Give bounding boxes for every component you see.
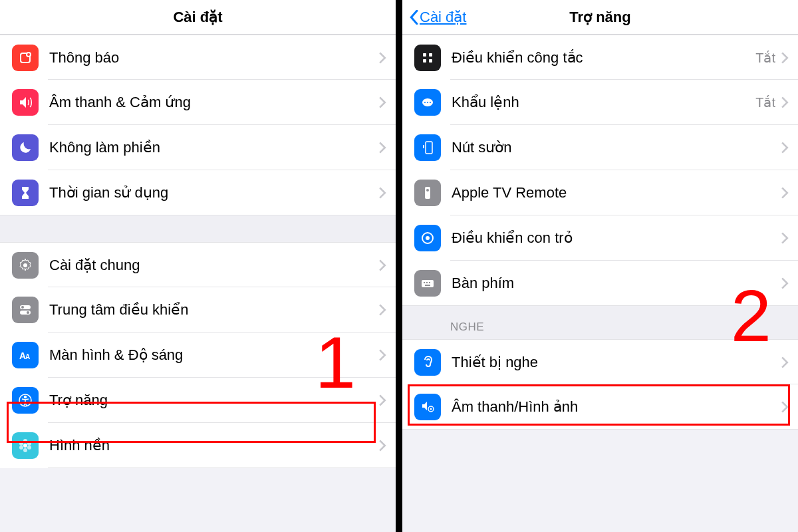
notification-icon: [12, 45, 39, 71]
ear-icon: [414, 349, 441, 376]
chevron-right-icon: [781, 232, 789, 244]
side-button-icon: [414, 134, 441, 161]
svg-rect-32: [429, 282, 430, 283]
svg-rect-23: [426, 142, 432, 154]
chevron-right-icon: [781, 96, 789, 108]
group-spacer: [0, 215, 396, 242]
svg-rect-21: [429, 59, 432, 63]
svg-rect-29: [422, 280, 434, 287]
chevron-right-icon: [781, 52, 789, 64]
svg-rect-24: [423, 145, 424, 148]
row-sounds[interactable]: Âm thanh & Cảm ứng: [0, 80, 396, 125]
row-label: Nút sườn: [452, 139, 781, 156]
svg-point-12: [23, 439, 27, 443]
moon-icon: [12, 134, 39, 161]
svg-point-11: [23, 444, 27, 448]
row-wallpaper[interactable]: Hình nền: [0, 423, 396, 468]
accessibility-screen: Cài đặt Trợ năng Điều khiển công tắc Tắt…: [402, 0, 798, 532]
chevron-right-icon: [378, 394, 386, 406]
chevron-right-icon: [378, 52, 386, 64]
row-appletv-remote[interactable]: Apple TV Remote: [402, 170, 798, 215]
row-label: Khẩu lệnh: [452, 94, 755, 111]
row-label: Thông báo: [49, 49, 378, 66]
step-number: 2: [731, 279, 771, 352]
gear-icon: [12, 252, 39, 279]
svg-point-17: [19, 442, 23, 446]
chevron-right-icon: [781, 277, 789, 289]
row-label: Điều khiển con trỏ: [452, 229, 781, 247]
row-switch-control[interactable]: Điều khiển công tắc Tắt: [402, 35, 798, 80]
svg-point-14: [27, 446, 31, 450]
text-size-icon: AA: [12, 342, 39, 368]
svg-point-26: [426, 189, 429, 192]
svg-point-28: [426, 237, 429, 239]
chevron-right-icon: [378, 187, 386, 199]
chevron-right-icon: [378, 142, 386, 154]
svg-point-16: [19, 446, 23, 450]
row-label: Thời gian sử dụng: [49, 184, 378, 201]
pointer-icon: [414, 225, 441, 251]
row-label: Âm thanh & Cảm ứng: [49, 94, 378, 111]
chevron-right-icon: [781, 187, 789, 199]
settings-screen: Cài đặt Thông báo Âm thanh & Cảm ứng Khô…: [0, 0, 396, 532]
speaker-icon: [12, 89, 39, 116]
svg-rect-18: [423, 53, 426, 57]
row-label: Cài đặt chung: [49, 257, 378, 274]
chevron-right-icon: [378, 259, 386, 271]
svg-point-1: [27, 53, 31, 57]
svg-text:A: A: [25, 353, 30, 360]
row-value: Tắt: [755, 94, 775, 110]
row-label: Trung tâm điều khiển: [49, 301, 378, 319]
svg-rect-19: [429, 53, 432, 57]
svg-point-13: [27, 442, 31, 446]
chevron-right-icon: [378, 96, 386, 108]
chevron-right-icon: [781, 401, 789, 413]
audio-visual-icon: [414, 394, 441, 420]
row-value: Tắt: [755, 50, 775, 66]
chevron-right-icon: [378, 440, 386, 452]
switches-icon: [12, 297, 39, 323]
voice-icon: [414, 89, 441, 116]
chevron-right-icon: [378, 304, 386, 316]
navbar: Cài đặt Trợ năng: [402, 0, 798, 35]
row-general[interactable]: Cài đặt chung: [0, 242, 396, 287]
page-title: Cài đặt: [173, 9, 222, 26]
flower-icon: [12, 432, 39, 459]
svg-rect-33: [425, 285, 430, 286]
hourglass-icon: [12, 180, 39, 206]
grid-icon: [414, 45, 441, 71]
row-voice-control[interactable]: Khẩu lệnh Tắt: [402, 80, 798, 125]
row-notifications[interactable]: Thông báo: [0, 35, 396, 80]
svg-point-6: [27, 311, 29, 314]
row-side-button[interactable]: Nút sườn: [402, 125, 798, 170]
svg-point-10: [25, 396, 27, 398]
row-label: Âm thanh/Hình ảnh: [452, 398, 781, 416]
svg-rect-31: [426, 282, 428, 283]
page-title: Trợ năng: [569, 9, 630, 26]
row-label: Hình nền: [49, 437, 378, 454]
back-button[interactable]: Cài đặt: [409, 9, 466, 26]
row-label: Không làm phiền: [49, 139, 378, 156]
svg-point-35: [430, 408, 432, 410]
row-dnd[interactable]: Không làm phiền: [0, 125, 396, 170]
svg-point-15: [23, 448, 27, 452]
keyboard-icon: [414, 270, 441, 297]
chevron-right-icon: [378, 349, 386, 361]
row-label: Điều khiển công tắc: [452, 49, 755, 66]
chevron-left-icon: [409, 10, 418, 25]
chevron-right-icon: [781, 142, 789, 154]
svg-point-4: [21, 306, 24, 309]
row-audio-visual[interactable]: Âm thanh/Hình ảnh: [402, 384, 798, 430]
svg-rect-20: [423, 59, 426, 63]
chevron-right-icon: [781, 356, 789, 368]
svg-rect-25: [425, 187, 430, 199]
back-label: Cài đặt: [420, 9, 466, 26]
remote-icon: [414, 180, 441, 206]
row-pointer-control[interactable]: Điều khiển con trỏ: [402, 215, 798, 261]
accessibility-icon: [12, 387, 39, 414]
row-label: Apple TV Remote: [452, 184, 781, 201]
step-number: 1: [315, 326, 356, 399]
svg-rect-30: [424, 282, 425, 283]
row-screentime[interactable]: Thời gian sử dụng: [0, 170, 396, 215]
svg-point-2: [23, 263, 27, 267]
